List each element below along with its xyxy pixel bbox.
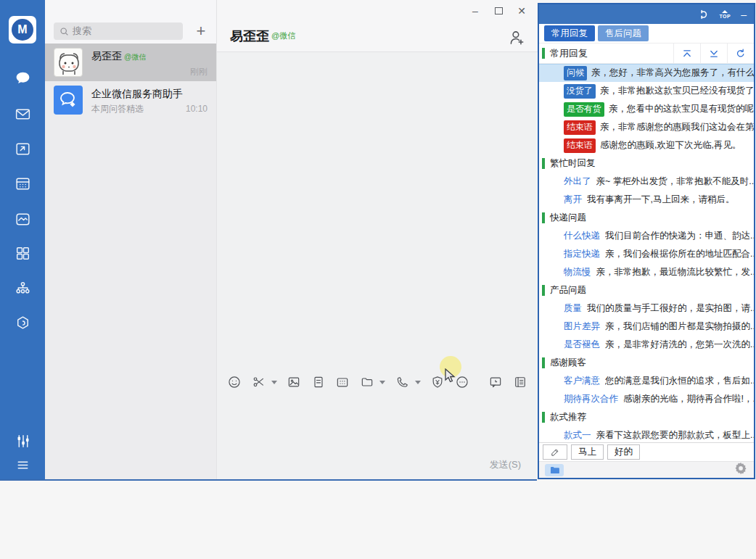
gallery-icon xyxy=(14,210,32,228)
wechat-badge: @微信 xyxy=(271,31,295,40)
share-icon xyxy=(14,140,32,158)
minimize-button[interactable]: – xyxy=(464,1,487,20)
screenshot-button[interactable] xyxy=(252,375,267,390)
snap-button[interactable] xyxy=(697,9,709,20)
quick-reply-item[interactable]: 质量我们的质量与手工很好的，是实拍图，请... xyxy=(539,299,754,318)
screenshot-icon xyxy=(252,375,266,389)
refresh-button[interactable] xyxy=(727,44,754,63)
chat-history-button[interactable] xyxy=(488,375,504,390)
chat-item-name: 企业微信服务商助手 xyxy=(91,88,183,101)
call-button[interactable] xyxy=(395,375,410,390)
group-marker xyxy=(542,212,545,223)
pin-top-button[interactable]: TOP xyxy=(719,10,731,19)
reply-tag: 质量 xyxy=(564,302,582,315)
reply-group-header[interactable]: 产品问题 xyxy=(539,281,754,299)
quick-phrase-button[interactable]: 马上 xyxy=(571,444,604,460)
sidebar-item-docs[interactable] xyxy=(0,136,45,161)
sidebar-item-org[interactable] xyxy=(0,276,45,300)
quick-reply-item[interactable]: 结束语亲，非常感谢您的惠顾我们这边会在第... xyxy=(539,118,754,136)
tab-aftersale-questions[interactable]: 售后问题 xyxy=(598,25,649,41)
sidebar-item-mail[interactable] xyxy=(0,102,45,126)
sidebar-item-menu[interactable] xyxy=(0,452,45,477)
more-button[interactable] xyxy=(454,375,469,390)
file-icon xyxy=(311,375,326,389)
sidebar-item-gallery[interactable] xyxy=(0,207,45,231)
call-dropdown-caret[interactable] xyxy=(415,381,421,384)
composer-toolbar xyxy=(217,370,538,394)
reply-text: 亲，非常抱歉这款宝贝已经没有现货了... xyxy=(600,85,754,97)
quick-reply-item[interactable]: 是否褪色亲，是非常好清洗的，您第一次洗的... xyxy=(539,336,754,354)
red-packet-button[interactable] xyxy=(430,375,445,390)
reply-group-header[interactable]: 繁忙时回复 xyxy=(539,154,754,173)
close-button[interactable]: ✕ xyxy=(510,1,533,20)
chat-item-name: 易歪歪@微信 xyxy=(91,50,146,63)
add-chat-button[interactable]: + xyxy=(190,21,212,41)
sidebar-item-workspace[interactable] xyxy=(0,310,45,335)
image-icon xyxy=(287,375,301,389)
chat-icon xyxy=(14,69,32,87)
sidebar-item-chats[interactable] xyxy=(0,65,45,90)
sidebar-item-calendar[interactable] xyxy=(0,171,45,196)
reply-text: 亲，我们会根据你所在的地址匹配合... xyxy=(605,248,754,260)
quick-reply-item[interactable]: 图片差异亲，我们店铺的图片都是实物拍摄的... xyxy=(539,318,754,336)
folder-dropdown-caret[interactable] xyxy=(379,381,385,384)
emoji-button[interactable] xyxy=(227,375,242,390)
quick-reply-item[interactable]: 离开我有事离开一下,马上回来，请稍后。 xyxy=(539,191,754,209)
group-marker xyxy=(542,48,545,59)
sidebar-item-apps[interactable] xyxy=(0,241,45,265)
sliders-icon xyxy=(14,432,32,450)
reply-list-icon xyxy=(513,375,527,389)
assistant-minimize-button[interactable]: – xyxy=(741,9,747,20)
assistant-panel: TOP – 常用回复 售后问题 常用回复 问候亲，您好，非常高兴为您服务了，有什… xyxy=(538,3,755,479)
chat-list-item[interactable]: 企业微信服务商助手 本周问答精选 10:10 xyxy=(45,81,216,119)
reply-text: 亲，非常抱歉，最近物流比较繁忙，发... xyxy=(596,266,755,278)
app-logo: M xyxy=(9,16,36,44)
folder-button[interactable] xyxy=(360,375,375,390)
group-title: 款式推荐 xyxy=(550,411,586,423)
quick-reply-item[interactable]: 期待再次合作感谢亲的光临，期待再合作啦!，... xyxy=(539,390,754,408)
quick-reply-item[interactable]: 物流慢亲，非常抱歉，最近物流比较繁忙，发... xyxy=(539,263,754,281)
reply-group-header[interactable]: 感谢顾客 xyxy=(539,354,754,372)
add-member-button[interactable] xyxy=(507,28,526,47)
quick-reply-item[interactable]: 外出了亲~ 掌柜外出发货，非常抱歉不能及时... xyxy=(539,173,754,191)
quick-reply-item[interactable]: 结束语感谢您的惠顾,欢迎下次光临,再见。 xyxy=(539,136,754,154)
folder-shortcut-button[interactable] xyxy=(545,464,564,476)
chat-item-time: 刚刚 xyxy=(190,66,208,78)
quick-reply-item[interactable]: 款式一亲看下这款跟您要的那款款式，板型上... xyxy=(539,426,754,442)
org-icon xyxy=(14,279,32,297)
quick-reply-item[interactable]: 指定快递亲，我们会根据你所在的地址匹配合... xyxy=(539,245,754,263)
expand-down-button[interactable] xyxy=(700,44,727,63)
reply-text: 亲看下这款跟您要的那款款式，板型上... xyxy=(596,429,755,442)
tab-common-replies[interactable]: 常用回复 xyxy=(544,25,595,41)
reply-group-header[interactable]: 快递问题 xyxy=(539,209,754,227)
menu-icon xyxy=(14,456,32,474)
chat-list-item[interactable]: 易歪歪@微信 刚刚 xyxy=(45,44,216,81)
send-button[interactable]: 发送(S) xyxy=(490,458,521,471)
quick-phrase-button[interactable]: 好的 xyxy=(607,444,640,460)
wechat-badge: @微信 xyxy=(124,53,146,61)
collapse-to-top-button[interactable] xyxy=(673,44,700,63)
reply-list-button[interactable] xyxy=(512,375,527,390)
reply-text: 亲，您好，非常高兴为您服务了，有什么... xyxy=(591,67,754,79)
sidebar-item-filters[interactable] xyxy=(0,428,45,453)
app-grid-button[interactable] xyxy=(335,375,350,390)
quick-reply-item[interactable]: 没货了亲，非常抱歉这款宝贝已经没有现货了... xyxy=(539,82,754,100)
expand-down-icon xyxy=(709,49,719,59)
group-marker xyxy=(542,357,545,368)
file-button[interactable] xyxy=(311,375,326,390)
screenshot-dropdown-caret[interactable] xyxy=(271,381,277,384)
quick-reply-item[interactable]: 客户满意您的满意是我们永恒的追求，售后如... xyxy=(539,372,754,390)
search-input[interactable]: 搜索 xyxy=(54,22,183,40)
apps-icon xyxy=(14,244,32,262)
quick-reply-item[interactable]: 什么快递我们目前合作的快递为：申通、韵达... xyxy=(539,227,754,245)
quick-reply-item[interactable]: 是否有货亲，您看中的这款宝贝是有现货的呢... xyxy=(539,100,754,118)
pencil-icon xyxy=(550,447,560,457)
settings-button[interactable] xyxy=(734,462,748,479)
group-marker xyxy=(542,285,545,296)
reply-tag: 期待再次合作 xyxy=(564,393,618,405)
reply-group-header[interactable]: 款式推荐 xyxy=(539,408,754,426)
image-button[interactable] xyxy=(287,375,302,390)
edit-button[interactable] xyxy=(543,444,567,460)
maximize-button[interactable] xyxy=(487,1,510,20)
quick-reply-item[interactable]: 问候亲，您好，非常高兴为您服务了，有什么... xyxy=(539,64,754,82)
